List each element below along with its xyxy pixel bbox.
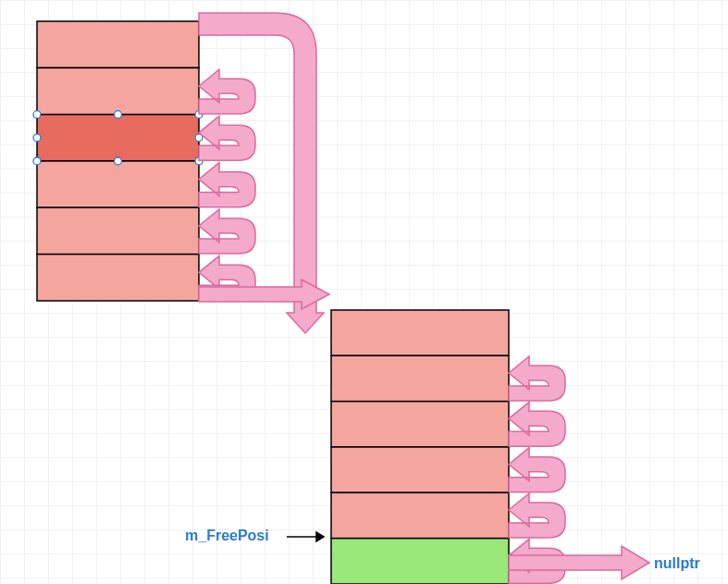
chunk2-node-3	[331, 447, 509, 492]
svg-marker-9	[316, 532, 324, 541]
svg-point-4	[115, 157, 122, 165]
m-freeposi-label: m_FreePosi	[185, 528, 269, 544]
svg-point-1	[115, 111, 122, 118]
chunk2-node-0	[331, 310, 509, 355]
chunk1-node-3	[37, 161, 199, 207]
chunk2	[331, 310, 509, 584]
chunk2-loop-arrows	[509, 356, 565, 583]
diagram-svg	[0, 0, 728, 584]
m-freeposi-arrow	[287, 532, 324, 541]
nullptr-label: nullptr	[654, 555, 700, 572]
chunk1-node-5	[37, 255, 199, 301]
chunk1-node-0	[37, 21, 199, 68]
chunk1-node-1	[37, 68, 199, 114]
chunk1-node-4	[37, 207, 199, 254]
svg-point-3	[33, 157, 41, 165]
chunk1-loop-arrows	[199, 69, 255, 300]
chunk2-node-1	[331, 355, 509, 401]
svg-point-6	[33, 134, 41, 142]
chunk2-node-2	[331, 402, 509, 447]
chunk2-node-5-free	[331, 539, 509, 584]
svg-point-0	[33, 111, 41, 118]
chunk2-node-4	[331, 492, 509, 538]
chunk1-node-2-selected[interactable]	[37, 115, 199, 161]
